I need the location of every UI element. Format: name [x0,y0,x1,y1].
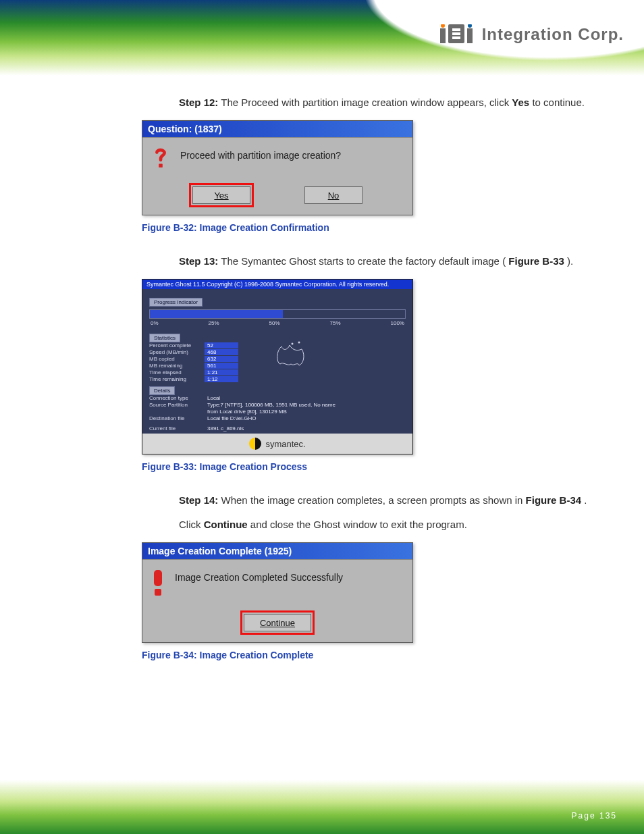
question-icon [151,147,171,169]
step-12-text: Step 12: The Proceed with partition imag… [179,90,617,115]
progress-bar-fill [150,310,283,318]
svg-rect-6 [467,28,473,43]
ghost-window: Symantec Ghost 11.5 Copyright (C) 1998-2… [142,279,413,454]
step-num: Step 13: [179,255,218,267]
header-banner: Integration Corp. [0,0,644,76]
ghost-footer: symantec. [142,434,412,454]
symantec-icon [249,438,261,450]
ghost-title: Symantec Ghost 11.5 Copyright (C) 1998-2… [142,280,412,289]
dialog-message: Image Creation Completed Successfully [175,569,343,596]
no-button[interactable]: No [304,186,363,204]
progress-bar [149,309,406,319]
dialog-title: Image Creation Complete (1925) [142,543,412,560]
svg-rect-8 [159,163,163,167]
svg-point-10 [298,342,300,344]
svg-rect-0 [440,28,446,43]
step-14-text: Step 14: When the image creation complet… [179,488,617,537]
svg-rect-4 [452,32,460,35]
page-number: Page 135 [572,811,617,820]
content: Step 12: The Proceed with partition imag… [0,81,644,677]
svg-point-1 [441,24,445,28]
logo: Integration Corp. [440,24,624,45]
question-dialog: Question: (1837) Proceed with partition … [142,120,413,215]
step-num: Step 14: [179,494,218,506]
logo-text: Integration Corp. [482,25,624,44]
exclamation-icon [151,569,165,596]
step-num: Step 12: [179,97,218,108]
continue-button[interactable]: Continue [244,614,311,631]
svg-point-9 [292,343,294,345]
footer-banner [0,780,644,834]
ghost-face-icon [267,330,315,371]
figure-caption-33: Figure B-33: Image Creation Process [142,461,617,472]
step-13-text: Step 13: The Symantec Ghost starts to cr… [179,249,617,273]
svg-rect-3 [452,28,460,31]
svg-point-7 [468,24,472,28]
ghost-stats: Statistics Percent complete52 Speed (MB/… [149,330,261,383]
figure-caption-32: Figure B-32: Image Creation Confirmation [142,222,617,233]
progress-scale: 0% 25% 50% 75% 100% [151,320,404,326]
figure-caption-34: Figure B-34: Image Creation Complete [142,650,617,660]
dialog-message: Proceed with partition image creation? [180,147,341,169]
svg-rect-5 [452,36,460,39]
ghost-details: Details Connection typeLocal Source Part… [149,383,406,432]
complete-dialog: Image Creation Complete (1925) Image Cre… [142,542,413,643]
dialog-title: Question: (1837) [142,121,412,138]
yes-button[interactable]: Yes [192,186,250,204]
iei-logo-icon [440,24,478,45]
progress-label: Progress Indicator [149,298,203,307]
